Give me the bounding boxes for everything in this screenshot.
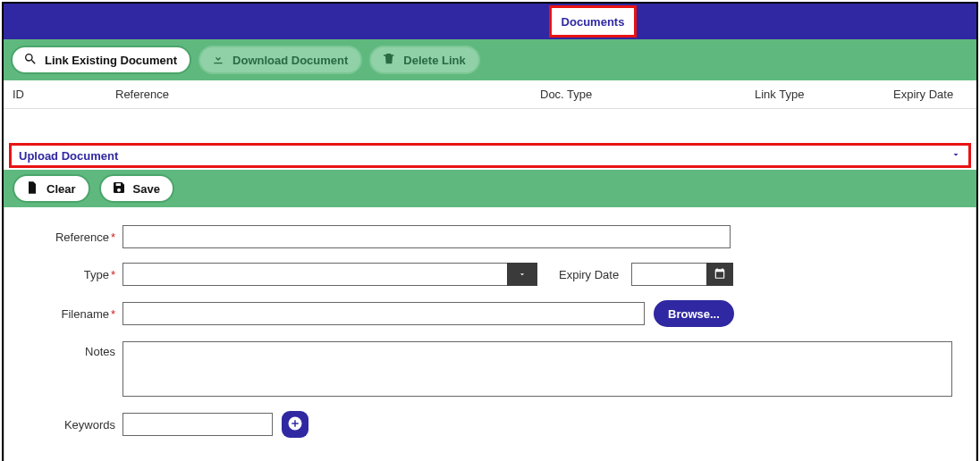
type-select-caret[interactable] <box>507 263 537 286</box>
column-id: ID <box>4 88 106 101</box>
documents-table-empty <box>4 109 976 143</box>
toolbar-upload: Clear Save <box>4 170 976 207</box>
tab-documents[interactable]: Documents <box>549 5 637 38</box>
label-notes: Notes <box>19 341 122 358</box>
expiry-date-input[interactable] <box>631 263 706 286</box>
upload-document-form: Reference* Type* Expiry Date <box>4 207 976 461</box>
caret-down-icon <box>950 149 961 163</box>
column-doc-type: Doc. Type <box>531 88 746 101</box>
documents-table-header: ID Reference Doc. Type Link Type Expiry … <box>4 80 976 109</box>
file-icon <box>25 180 39 197</box>
save-icon <box>112 180 126 197</box>
column-expiry-date: Expiry Date <box>884 88 974 101</box>
calendar-icon <box>714 267 726 282</box>
label-keywords: Keywords <box>19 418 122 432</box>
label-reference: Reference* <box>19 230 122 244</box>
keywords-input[interactable] <box>122 413 273 436</box>
type-select[interactable] <box>122 263 507 286</box>
delete-link-button[interactable]: Delete Link <box>369 46 479 74</box>
toolbar-documents: Link Existing Document Download Document… <box>4 39 976 80</box>
link-existing-document-button[interactable]: Link Existing Document <box>11 46 191 74</box>
label-expiry-date: Expiry Date <box>559 268 619 281</box>
notes-textarea[interactable] <box>122 341 952 397</box>
reference-input[interactable] <box>122 225 731 248</box>
button-label: Save <box>133 182 160 196</box>
upload-document-section-header[interactable]: Upload Document <box>9 143 971 168</box>
column-reference: Reference <box>106 88 531 101</box>
trash-icon <box>382 52 396 69</box>
button-label: Link Existing Document <box>45 54 177 67</box>
expiry-date-picker-button[interactable] <box>706 263 733 286</box>
save-button[interactable]: Save <box>99 174 174 203</box>
header-bar: Documents <box>4 4 976 39</box>
download-document-button[interactable]: Download Document <box>199 46 362 74</box>
label-filename: Filename* <box>19 307 122 321</box>
download-icon <box>211 52 225 69</box>
filename-input[interactable] <box>122 302 645 325</box>
section-title: Upload Document <box>19 149 118 163</box>
label-type: Type* <box>19 268 122 281</box>
add-keyword-button[interactable] <box>282 411 308 438</box>
column-link-type: Link Type <box>746 88 884 101</box>
plus-circle-icon <box>287 415 303 434</box>
search-icon <box>23 52 38 69</box>
button-label: Delete Link <box>403 54 465 67</box>
browse-button[interactable]: Browse... <box>654 300 734 327</box>
button-label: Clear <box>46 182 76 196</box>
clear-button[interactable]: Clear <box>13 174 90 203</box>
button-label: Download Document <box>232 54 348 67</box>
